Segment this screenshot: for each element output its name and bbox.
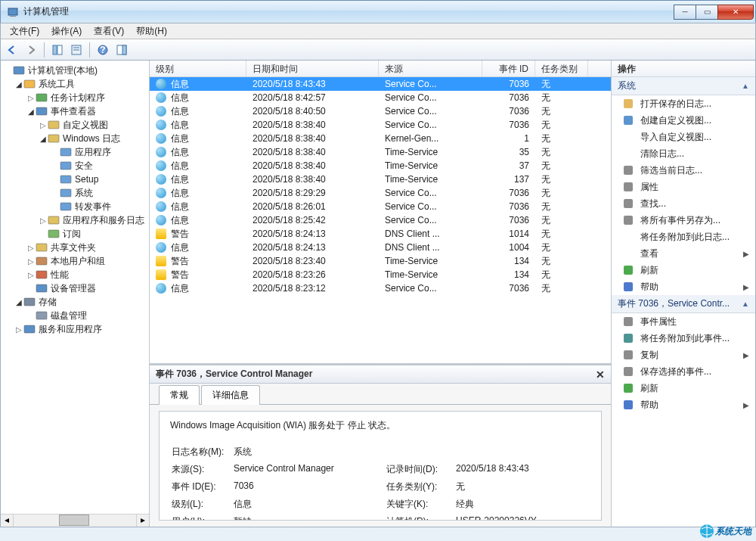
- table-row[interactable]: 信息2020/5/18 8:23:12Service Co...7036无: [150, 281, 611, 295]
- tree-item[interactable]: ▷共享文件夹: [1, 241, 149, 254]
- show-hide-tree-button[interactable]: [49, 42, 66, 58]
- tree-item-icon: [23, 78, 36, 90]
- tree-item[interactable]: ◢事件查看器: [1, 104, 149, 118]
- menu-view[interactable]: 查看(V): [88, 23, 130, 39]
- action-item[interactable]: 导入自定义视图...: [612, 129, 755, 145]
- expand-icon[interactable]: ▷: [39, 121, 48, 129]
- tab-details[interactable]: 详细信息: [201, 385, 260, 405]
- svg-rect-14: [36, 107, 47, 115]
- col-level[interactable]: 级别: [150, 61, 246, 76]
- col-eventid[interactable]: 事件 ID: [482, 61, 535, 76]
- expand-icon[interactable]: ◢: [14, 80, 23, 89]
- menu-file[interactable]: 文件(F): [4, 23, 45, 39]
- tree-item[interactable]: ▷任务计划程序: [1, 91, 149, 104]
- tree-item[interactable]: ◢系统工具: [1, 77, 149, 91]
- help-button[interactable]: ?: [94, 42, 111, 58]
- table-row[interactable]: 信息2020/5/18 8:38:40Kernel-Gen...1无: [150, 132, 611, 145]
- cell-category: 无: [535, 160, 588, 173]
- expand-icon[interactable]: ◢: [39, 135, 48, 143]
- maximize-button[interactable]: ▭: [696, 5, 718, 20]
- expand-icon[interactable]: ▷: [14, 325, 23, 334]
- action-item[interactable]: 将任务附加到此日志...: [612, 229, 755, 245]
- col-source[interactable]: 来源: [379, 61, 482, 76]
- table-row[interactable]: 警告2020/5/18 8:23:26Time-Service134无: [150, 268, 611, 281]
- minimize-button[interactable]: ─: [674, 5, 696, 20]
- back-button[interactable]: [4, 42, 20, 58]
- table-row[interactable]: 信息2020/5/18 8:24:13DNS Client ...1004无: [150, 241, 611, 254]
- action-item[interactable]: 清除日志...: [612, 145, 755, 162]
- expand-icon[interactable]: ▷: [26, 244, 36, 252]
- svg-rect-22: [48, 216, 59, 224]
- tree-item[interactable]: 计算机管理(本地): [1, 64, 149, 77]
- tree-item[interactable]: ▷性能: [1, 268, 149, 281]
- tree-item[interactable]: ▷本地用户和组: [1, 254, 149, 268]
- table-row[interactable]: 信息2020/5/18 8:38:40Time-Service35无: [150, 145, 611, 159]
- action-pane-button[interactable]: [113, 42, 130, 58]
- tree-item[interactable]: Setup: [1, 173, 149, 186]
- action-item[interactable]: 创建自定义视图...: [612, 112, 755, 129]
- tree-item[interactable]: ▷应用程序和服务日志: [1, 213, 149, 227]
- table-row[interactable]: 警告2020/5/18 8:24:13DNS Client ...1014无: [150, 227, 611, 241]
- forward-button[interactable]: [23, 42, 39, 58]
- tree-item[interactable]: 转发事件: [1, 200, 149, 213]
- tree-item[interactable]: 设备管理器: [1, 281, 149, 295]
- close-button[interactable]: ✕: [717, 5, 754, 20]
- menu-help[interactable]: 帮助(H): [130, 23, 173, 39]
- action-item[interactable]: 刷新: [612, 380, 755, 396]
- tree-item[interactable]: ◢Windows 日志: [1, 132, 149, 145]
- col-category[interactable]: 任务类别: [535, 61, 588, 76]
- tree-item[interactable]: 系统: [1, 186, 149, 200]
- expand-icon[interactable]: ▷: [26, 94, 36, 102]
- watermark: 系统天地: [699, 523, 751, 539]
- table-row[interactable]: 信息2020/5/18 8:38:40Time-Service137无: [150, 173, 611, 186]
- menu-action[interactable]: 操作(A): [45, 23, 88, 39]
- action-item[interactable]: 打开保存的日志...: [612, 95, 755, 112]
- tree-scrollbar[interactable]: ◂▸: [1, 514, 149, 527]
- cell-level: 信息: [171, 241, 189, 254]
- expand-icon[interactable]: ▷: [26, 271, 36, 279]
- table-row[interactable]: 信息2020/5/18 8:43:43Service Co...7036无: [150, 77, 611, 91]
- table-row[interactable]: 信息2020/5/18 8:42:57Service Co...7036无: [150, 91, 611, 104]
- tab-general[interactable]: 常规: [159, 385, 200, 405]
- expand-icon[interactable]: ▷: [26, 257, 36, 266]
- action-item[interactable]: 将所有事件另存为...: [612, 212, 755, 229]
- table-row[interactable]: 信息2020/5/18 8:25:42Service Co...7036无: [150, 213, 611, 227]
- action-item[interactable]: 刷新: [612, 262, 755, 278]
- tree-item-label: 事件查看器: [51, 105, 96, 118]
- tree-item[interactable]: 订阅: [1, 227, 149, 241]
- tree-item[interactable]: 应用程序: [1, 145, 149, 159]
- action-item[interactable]: 保存选择的事件...: [612, 363, 755, 380]
- expand-icon[interactable]: ◢: [26, 107, 36, 116]
- action-item[interactable]: 帮助▶: [612, 278, 755, 295]
- cell-datetime: 2020/5/18 8:38:40: [246, 120, 379, 130]
- tree-item[interactable]: ▷服务和应用程序: [1, 322, 149, 336]
- tree-item[interactable]: 安全: [1, 159, 149, 173]
- tree-item-label: 应用程序: [75, 146, 111, 159]
- action-item[interactable]: 查看▶: [612, 245, 755, 262]
- action-label: 创建自定义视图...: [640, 114, 711, 127]
- table-row[interactable]: 警告2020/5/18 8:23:40Time-Service134无: [150, 254, 611, 268]
- action-item[interactable]: 查找...: [612, 195, 755, 212]
- action-item[interactable]: 筛选当前日志...: [612, 162, 755, 179]
- cell-level: 警告: [171, 228, 189, 241]
- action-item[interactable]: 帮助▶: [612, 396, 755, 413]
- table-row[interactable]: 信息2020/5/18 8:40:50Service Co...7036无: [150, 104, 611, 118]
- col-datetime[interactable]: 日期和时间: [246, 61, 379, 76]
- action-item[interactable]: 属性: [612, 179, 755, 195]
- detail-close-button[interactable]: ✕: [596, 368, 605, 381]
- action-item[interactable]: 将任务附加到此事件...: [612, 330, 755, 347]
- expand-icon[interactable]: ◢: [14, 298, 23, 306]
- properties-button[interactable]: [68, 42, 85, 58]
- table-row[interactable]: 信息2020/5/18 8:38:40Service Co...7036无: [150, 118, 611, 132]
- table-row[interactable]: 信息2020/5/18 8:38:40Time-Service37无: [150, 159, 611, 173]
- actions-section-system[interactable]: 系统▲: [612, 77, 755, 95]
- actions-section-event[interactable]: 事件 7036，Service Contr...▲: [612, 295, 755, 313]
- tree-item[interactable]: 磁盘管理: [1, 309, 149, 322]
- tree-item[interactable]: ◢存储: [1, 295, 149, 309]
- action-item[interactable]: 复制▶: [612, 347, 755, 363]
- tree-item[interactable]: ▷自定义视图: [1, 118, 149, 132]
- table-row[interactable]: 信息2020/5/18 8:26:01Service Co...7036无: [150, 200, 611, 213]
- action-item[interactable]: 事件属性: [612, 313, 755, 330]
- table-row[interactable]: 信息2020/5/18 8:29:29Service Co...7036无: [150, 186, 611, 200]
- expand-icon[interactable]: ▷: [39, 216, 48, 225]
